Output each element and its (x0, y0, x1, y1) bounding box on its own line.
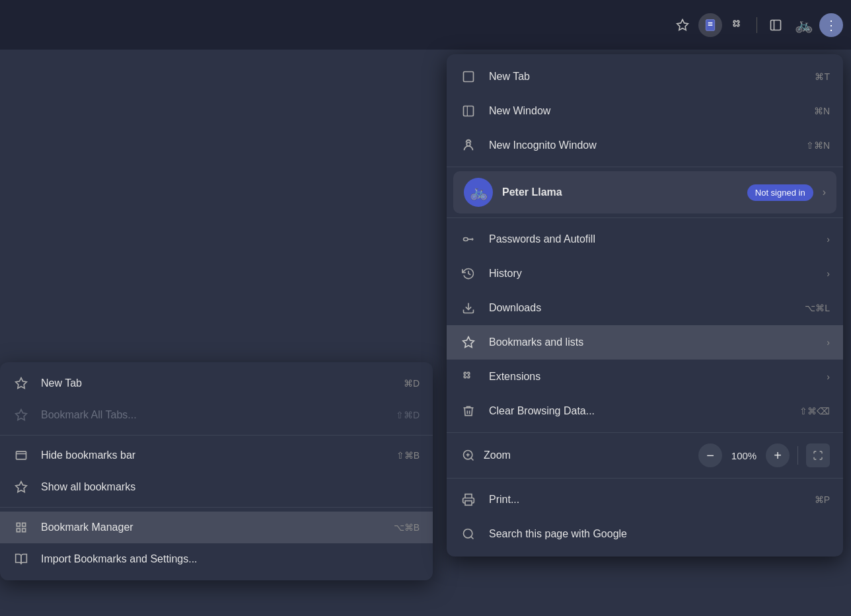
show-all-bookmarks-label: Show all bookmarks (41, 481, 408, 493)
bookmark-all-tabs-item[interactable]: Bookmark All Tabs... ⇧⌘D (0, 399, 433, 431)
bookmarks-bar-icon (13, 447, 29, 463)
bookmark-manager-icon (13, 520, 29, 535)
incognito-icon (460, 137, 477, 154)
svg-line-22 (471, 458, 474, 461)
more-menu-button[interactable]: ⋮ (819, 13, 843, 37)
clear-browsing-label: Clear Browsing Data... (489, 405, 788, 417)
zoom-plus-icon: + (774, 448, 782, 463)
profile-avatar: 🚲 (464, 178, 493, 207)
menu-divider-4 (447, 478, 843, 479)
new-incognito-item[interactable]: New Incognito Window ⇧⌘N (447, 128, 843, 163)
bookmark-this-tab-label: New Tab (41, 377, 392, 389)
profile-section[interactable]: 🚲 Peter Llama Not signed in › (453, 171, 836, 213)
passwords-autofill-item[interactable]: Passwords and Autofill › (447, 222, 843, 256)
bookmarks-lists-item[interactable]: Bookmarks and lists › (447, 325, 843, 360)
hide-bookmarks-bar-shortcut: ⇧⌘B (396, 450, 420, 461)
zoom-out-button[interactable]: − (698, 443, 722, 467)
svg-rect-12 (464, 106, 474, 116)
zoom-section: Zoom − 100% + (447, 437, 843, 474)
zoom-minus-icon: − (706, 448, 714, 463)
search-page-label: Search this page with Google (489, 528, 830, 540)
svg-rect-25 (465, 501, 472, 506)
history-chevron: › (827, 268, 830, 279)
bookmark-star-button[interactable] (671, 13, 694, 37)
zoom-controls: − 100% + (698, 443, 830, 467)
search-page-item[interactable]: Search this page with Google (447, 517, 843, 551)
bookmarks-lists-chevron: › (827, 337, 830, 348)
hide-bookmarks-bar-label: Hide bookmarks bar (41, 449, 385, 461)
extensions-item[interactable]: Extensions › (447, 360, 843, 394)
hide-bookmarks-bar-item[interactable]: Hide bookmarks bar ⇧⌘B (0, 440, 433, 471)
bookmark-all-tabs-label: Bookmark All Tabs... (41, 409, 384, 421)
passwords-icon (460, 231, 477, 248)
svg-marker-0 (677, 19, 688, 30)
menu-divider-2 (447, 217, 843, 218)
new-incognito-label: New Incognito Window (489, 139, 794, 151)
svg-point-15 (464, 238, 468, 241)
svg-rect-8 (17, 451, 26, 459)
profile-chevron-icon: › (823, 186, 826, 198)
bookmark-all-tabs-shortcut: ⇧⌘D (396, 410, 420, 420)
star-outline-icon (13, 375, 29, 391)
print-shortcut: ⌘P (815, 494, 830, 505)
extensions-label: Extensions (489, 371, 812, 383)
not-signed-in-badge: Not signed in (747, 184, 813, 201)
bookmark-manager-label: Bookmark Manager (41, 521, 382, 533)
reading-list-button[interactable] (698, 13, 722, 37)
bookmarks-lists-icon (460, 334, 477, 351)
new-tab-icon (460, 68, 477, 85)
extensions-button[interactable] (726, 13, 750, 37)
fullscreen-button[interactable] (806, 443, 830, 467)
svg-rect-11 (464, 72, 474, 82)
bookmark-this-tab-shortcut: ⌘D (404, 378, 420, 389)
new-incognito-shortcut: ⇧⌘N (806, 140, 830, 151)
print-item[interactable]: Print... ⌘P (447, 482, 843, 517)
import-bookmarks-icon (13, 551, 29, 567)
print-icon (460, 491, 477, 508)
extensions-chevron: › (827, 371, 830, 382)
sidebar-button[interactable] (764, 13, 788, 37)
svg-marker-7 (16, 410, 27, 420)
profile-name: Peter Llama (502, 186, 738, 198)
new-window-shortcut: ⌘N (814, 106, 830, 116)
browser-toolbar: 🚲 ⋮ (0, 0, 851, 50)
new-window-label: New Window (489, 105, 802, 117)
new-tab-item[interactable]: New Tab ⌘T (447, 59, 843, 94)
passwords-chevron: › (827, 234, 830, 245)
downloads-label: Downloads (489, 302, 793, 314)
clear-browsing-item[interactable]: Clear Browsing Data... ⇧⌘⌫ (447, 394, 843, 428)
google-search-icon (460, 525, 477, 543)
bookmarks-lists-label: Bookmarks and lists (489, 336, 812, 348)
bookmark-manager-shortcut: ⌥⌘B (394, 522, 420, 533)
svg-marker-20 (463, 337, 474, 348)
menu-divider-3 (447, 432, 843, 433)
svg-rect-4 (771, 20, 781, 30)
history-icon (460, 265, 477, 282)
toolbar-divider-1 (757, 17, 757, 33)
downloads-item[interactable]: Downloads ⌥⌘L (447, 291, 843, 325)
svg-marker-6 (16, 378, 27, 389)
new-tab-shortcut: ⌘T (815, 71, 830, 82)
clear-browsing-icon (460, 403, 477, 420)
extensions-icon (460, 368, 477, 385)
downloads-icon (460, 299, 477, 317)
more-icon: ⋮ (825, 17, 838, 33)
zoom-icon (460, 447, 477, 464)
svg-marker-10 (16, 482, 27, 492)
bookmark-manager-item[interactable]: Bookmark Manager ⌥⌘B (0, 512, 433, 543)
left-divider-1 (0, 435, 433, 436)
import-bookmarks-label: Import Bookmarks and Settings... (41, 553, 408, 565)
import-bookmarks-item[interactable]: Import Bookmarks and Settings... (0, 543, 433, 575)
profile-icon-toolbar[interactable]: 🚲 (792, 13, 815, 37)
bookmark-this-tab-item[interactable]: New Tab ⌘D (0, 367, 433, 399)
print-label: Print... (489, 494, 803, 506)
history-item[interactable]: History › (447, 256, 843, 291)
clear-browsing-shortcut: ⇧⌘⌫ (799, 406, 830, 416)
zoom-in-button[interactable]: + (766, 443, 790, 467)
show-all-bookmarks-item[interactable]: Show all bookmarks (0, 471, 433, 503)
new-tab-label: New Tab (489, 71, 803, 83)
new-window-item[interactable]: New Window ⌘N (447, 94, 843, 128)
zoom-label: Zoom (484, 449, 692, 461)
svg-point-26 (464, 529, 472, 538)
zoom-value: 100% (727, 450, 760, 461)
